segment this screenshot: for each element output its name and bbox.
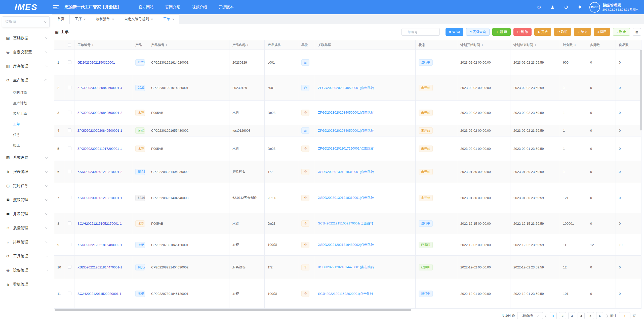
sidebar-group-基础数据[interactable]: ▤基础数据: [0, 31, 52, 45]
related-doc-link[interactable]: ZPGD202302011017290001(点击跳转: [318, 147, 374, 150]
next-page-icon[interactable]: [605, 314, 608, 317]
row-checkbox[interactable]: [68, 265, 71, 269]
row-checkbox[interactable]: [68, 196, 71, 199]
page-number-1[interactable]: 1: [550, 312, 557, 319]
button-撤回[interactable]: «撤回: [594, 28, 610, 36]
related-doc-link[interactable]: XSDD202212021816480002(点击跳转: [318, 243, 374, 247]
order-no-link[interactable]: SCJH202212011522020001-1: [77, 292, 122, 296]
settings-icon[interactable]: ⚙: [537, 5, 542, 10]
close-icon[interactable]: ×: [151, 17, 153, 21]
row-checkbox[interactable]: [68, 292, 71, 295]
sort-icon[interactable]: ▲▼: [92, 44, 94, 46]
sidebar-item-报工[interactable]: 报工: [0, 140, 52, 151]
row-checkbox[interactable]: [68, 86, 71, 89]
order-no-link[interactable]: ZPGD202302020840500001-1: [77, 129, 122, 132]
sidebar-group-生产管理[interactable]: ⚙生产管理: [0, 73, 52, 87]
power-icon[interactable]: [564, 5, 569, 10]
sidebar-item-装配工单[interactable]: 装配工单: [0, 108, 52, 119]
top-nav-link[interactable]: 官方网站: [139, 5, 154, 10]
row-checkbox[interactable]: [68, 170, 71, 173]
sidebar-item-销售订单[interactable]: 销售订单: [0, 87, 52, 98]
button-结束[interactable]: ✓结束: [574, 28, 591, 36]
button-高级查询[interactable]: ⚲高级查询: [466, 28, 490, 36]
sort-icon[interactable]: ▲▼: [247, 44, 249, 46]
button-开始[interactable]: ▶开始: [534, 28, 551, 36]
row-checkbox[interactable]: [68, 60, 71, 64]
close-icon[interactable]: ×: [84, 17, 86, 21]
bell-icon[interactable]: [577, 5, 582, 10]
button-导出[interactable]: ↓导 出: [613, 28, 630, 36]
goto-page-input[interactable]: [619, 312, 630, 319]
sort-icon[interactable]: ▲▼: [481, 44, 483, 46]
related-doc-link[interactable]: XSDD202212021814470001(点击跳转: [318, 265, 374, 269]
sidebar-group-质量管理[interactable]: ⊕质量管理: [0, 221, 52, 235]
sidebar-item-工单[interactable]: 工单: [0, 119, 52, 129]
sidebar-group-定时任务[interactable]: ◷定时任务: [0, 179, 52, 193]
sidebar-group-排班管理[interactable]: ♁排班管理: [0, 235, 52, 249]
row-checkbox[interactable]: [68, 243, 71, 246]
related-doc-link[interactable]: SCJH202212011522020001(点击跳转: [318, 292, 373, 296]
related-doc-link[interactable]: ZPGD202302020840500001(点击跳转: [318, 86, 374, 90]
sort-icon[interactable]: ▲▼: [166, 44, 168, 46]
tab-工序[interactable]: 工序×: [70, 14, 91, 24]
row-checkbox[interactable]: [68, 221, 71, 225]
sidebar-item-任务[interactable]: 任务: [0, 129, 52, 140]
sidebar-group-工具管理[interactable]: ⚙工具管理: [0, 249, 52, 263]
sidebar-group-自定义配置[interactable]: ◎自定义配置: [0, 45, 52, 59]
order-no-link[interactable]: SCJH202212151052170001-1: [77, 222, 122, 225]
user-avatar[interactable]: IMES: [589, 2, 600, 13]
order-no-link[interactable]: XSDD202212021814470001-1: [77, 265, 122, 269]
row-checkbox[interactable]: [68, 147, 71, 150]
order-no-link[interactable]: XSDD202301301218310001-2: [77, 170, 122, 174]
order-no-link[interactable]: XSDD202301301218310001-1: [77, 196, 122, 200]
page-number-4[interactable]: 4: [578, 312, 585, 319]
order-no-search-input[interactable]: [401, 28, 440, 36]
top-nav-link[interactable]: 视频介绍: [192, 5, 207, 10]
user-icon[interactable]: [550, 5, 555, 10]
sidebar-group-系统设置[interactable]: ▦系统设置: [0, 151, 52, 165]
related-doc-link[interactable]: SCJH202212151052170001(点击跳转: [318, 221, 373, 225]
order-no-link[interactable]: ZPGD202302011017290001-1: [77, 147, 122, 151]
related-doc-link[interactable]: ZPGD202302020840500001(点击跳转: [318, 129, 374, 132]
column-settings-button[interactable]: ▦: [633, 28, 641, 36]
page-number-5[interactable]: 5: [587, 312, 594, 319]
tab-首页[interactable]: 首页: [52, 14, 70, 24]
page-number-6[interactable]: 6: [596, 312, 603, 319]
sort-icon[interactable]: ▲▼: [534, 44, 536, 46]
sidebar-group-设备管理[interactable]: ◎设备管理: [0, 263, 52, 277]
page-size-select[interactable]: 30条/页: [517, 312, 543, 319]
related-doc-link[interactable]: ZPGD202302020840500001(点击跳转: [318, 111, 374, 114]
sort-icon[interactable]: ▲▼: [574, 44, 576, 46]
top-nav-link[interactable]: 官网介绍: [165, 5, 180, 10]
page-number-3[interactable]: 3: [568, 312, 575, 319]
vertical-scrollbar[interactable]: [640, 50, 642, 130]
top-nav-link[interactable]: 开源版本: [219, 5, 234, 10]
sidebar-item-生产计划[interactable]: 生产计划: [0, 98, 52, 108]
close-icon[interactable]: ×: [112, 17, 114, 21]
button-新建[interactable]: ＋新 建: [492, 28, 511, 36]
row-checkbox[interactable]: [68, 111, 71, 114]
row-checkbox[interactable]: [68, 128, 71, 132]
order-no-link[interactable]: GD202302021150320001: [77, 61, 115, 64]
tab-物料清单[interactable]: 物料清单×: [91, 14, 119, 24]
related-doc-link[interactable]: XSDD202301301218310001(点击跳转: [318, 196, 374, 200]
order-no-link[interactable]: XSDD202212021816480002-1: [77, 243, 122, 247]
close-icon[interactable]: ×: [172, 17, 174, 21]
sidebar-group-看板管理[interactable]: ılı看板管理: [0, 277, 52, 291]
sidebar-group-流程管理[interactable]: ⧉流程管理: [0, 193, 52, 207]
sidebar-group-报表管理[interactable]: ılı报表管理: [0, 165, 52, 179]
menu-search-select[interactable]: 请选择: [2, 16, 50, 27]
button-取消[interactable]: ✂取消: [554, 28, 571, 36]
button-查询[interactable]: ⚲查 询: [446, 28, 463, 36]
sidebar-group-开发管理[interactable]: ⇄开发管理: [0, 207, 52, 221]
sidebar-group-库存管理[interactable]: ▥库存管理: [0, 59, 52, 73]
page-number-2[interactable]: 2: [559, 312, 566, 319]
horizontal-scrollbar[interactable]: [55, 309, 411, 311]
tab-自定义编号规则[interactable]: 自定义编号规则×: [119, 14, 158, 24]
select-all-checkbox[interactable]: [68, 43, 71, 47]
related-doc-link[interactable]: XSDD202301301218310001(点击跳转: [318, 170, 374, 174]
order-no-link[interactable]: ZPGD202302020840500001-4: [77, 86, 122, 90]
button-删除[interactable]: ⊟删 除: [513, 28, 532, 36]
tab-工单[interactable]: 工单×: [158, 14, 180, 24]
prev-page-icon[interactable]: [545, 314, 548, 317]
